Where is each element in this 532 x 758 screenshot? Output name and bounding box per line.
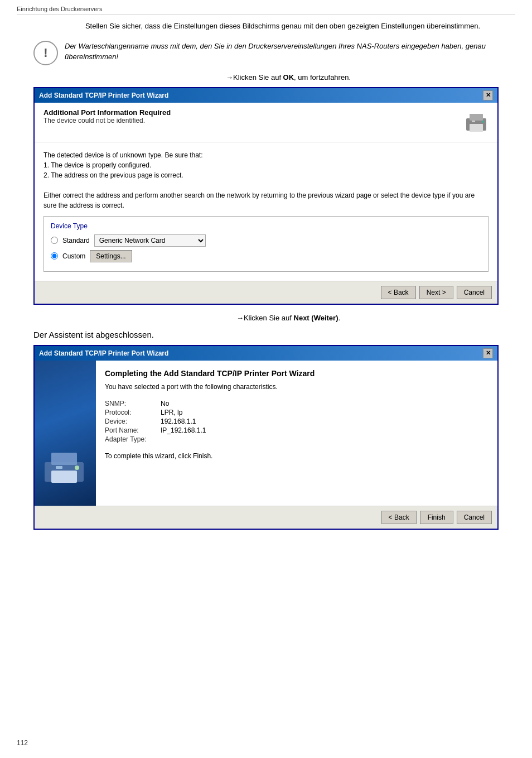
wizard2-body: Completing the Add Standard TCP/IP Print… [35,361,497,506]
svg-rect-8 [56,466,62,469]
info-row-snmp: SNMP: No [105,400,489,407]
svg-rect-1 [470,114,483,121]
wizard1-body-line4: Either correct the address and perform a… [43,190,489,210]
instruction2-text2: . [338,314,340,322]
portname-value: IP_192.168.1.1 [161,426,206,434]
wizard2-dialog: Add Standard TCP/IP Printer Port Wizard … [33,345,499,530]
adapter-label: Adapter Type: [105,435,155,443]
instruction2-text: Klicken Sie auf [244,314,294,322]
custom-radio-row: Custom Settings... [51,250,481,262]
blue-panel-printer [39,443,91,495]
standard-label: Standard [62,236,90,246]
wizard1-title: Add Standard TCP/IP Printer Port Wizard [39,92,168,99]
completion-subtitle: You have selected a port with the follow… [105,383,489,391]
svg-point-4 [482,121,484,123]
wizard1-cancel-button[interactable]: Cancel [457,286,492,299]
arrow2: → [236,314,244,322]
wizard2-close-button[interactable]: ✕ [483,348,493,358]
info-table: SNMP: No Protocol: LPR, lp Device: 192.1… [105,400,489,443]
printer-icon-small [462,108,491,137]
svg-point-9 [75,466,79,470]
device-value: 192.168.1.1 [161,418,196,425]
wizard1-footer: < Back Next > Cancel [35,281,497,304]
page-number: 112 [17,739,28,747]
wizard1-header: Additional Port Information Required The… [35,103,497,142]
intro-text: Stellen Sie sicher, dass die Einstellung… [50,21,515,32]
device-label: Device: [105,418,155,425]
printer-icon-large [39,443,89,493]
settings-button[interactable]: Settings... [90,250,132,262]
wizard1-dialog: Add Standard TCP/IP Printer Port Wizard … [33,87,499,305]
instruction2: →Klicken Sie auf Next (Weiter). [61,314,515,322]
wizard1-close-button[interactable]: ✕ [483,90,493,100]
instruction1: →Klicken Sie auf OK, um fortzufahren. [61,73,515,81]
svg-rect-2 [470,124,483,132]
breadcrumb: Einrichtung des Druckerservers [17,6,515,15]
wizard1-next-button[interactable]: Next > [419,286,453,299]
custom-label: Custom [62,251,85,261]
blue-panel-inner [35,361,96,506]
wizard2-cancel-button[interactable]: Cancel [457,511,492,524]
wizard2-right: Completing the Add Standard TCP/IP Print… [96,361,497,506]
completion-note: To complete this wizard, click Finish. [105,452,489,460]
note-icon: ! [33,41,58,65]
info-row-portname: Port Name: IP_192.168.1.1 [105,426,489,434]
arrow1: → [226,73,233,81]
wizard1-header-subtitle: The device could not be identified. [43,117,171,124]
protocol-value: LPR, lp [161,409,182,416]
portname-label: Port Name: [105,426,155,434]
instruction1-text: Klicken Sie auf [233,73,283,81]
instruction1-text2: , um fortzufahren. [294,73,351,81]
instruction1-bold: OK [283,73,294,81]
svg-rect-6 [51,453,77,465]
device-type-label: Device Type [51,221,481,231]
snmp-value: No [161,400,169,407]
wizard1-body-line1: The detected device is of unknown type. … [43,150,489,160]
device-type-section: Device Type Standard Generic Network Car… [43,216,489,272]
svg-rect-7 [51,471,77,483]
instruction2-bold: Next (Weiter) [294,314,338,322]
standard-dropdown[interactable]: Generic Network Card [94,234,206,247]
svg-rect-3 [472,121,475,122]
wizard1-body: The detected device is of unknown type. … [35,142,497,281]
wizard1-body-line2: 1. The device is properly configured. [43,160,489,170]
wizard1-body-line3: 2. The address on the previous page is c… [43,170,489,180]
wizard1-header-title: Additional Port Information Required [43,108,171,117]
wizard1-titlebar: Add Standard TCP/IP Printer Port Wizard … [35,88,497,103]
wizard2-back-button[interactable]: < Back [381,511,417,524]
assistant-done: Der Assistent ist abgeschlossen. [33,330,515,339]
note-block: ! Der Warteschlangenname muss mit dem, d… [33,41,499,65]
info-row-adapter: Adapter Type: [105,435,489,443]
standard-radio-row: Standard Generic Network Card [51,234,481,247]
protocol-label: Protocol: [105,409,155,416]
info-row-protocol: Protocol: LPR, lp [105,409,489,416]
wizard1-header-text: Additional Port Information Required The… [43,108,171,124]
completion-title: Completing the Add Standard TCP/IP Print… [105,368,489,378]
snmp-label: SNMP: [105,400,155,407]
note-text: Der Warteschlangenname muss mit dem, den… [65,41,499,63]
wizard2-finish-button[interactable]: Finish [420,511,453,524]
wizard2-left-panel [35,361,96,506]
wizard2-footer: < Back Finish Cancel [35,506,497,529]
wizard1-back-button[interactable]: < Back [381,286,416,299]
wizard2-title: Add Standard TCP/IP Printer Port Wizard [39,349,168,357]
wizard2-titlebar: Add Standard TCP/IP Printer Port Wizard … [35,346,497,361]
standard-radio[interactable] [51,237,58,244]
info-row-device: Device: 192.168.1.1 [105,418,489,425]
custom-radio[interactable] [51,252,58,260]
